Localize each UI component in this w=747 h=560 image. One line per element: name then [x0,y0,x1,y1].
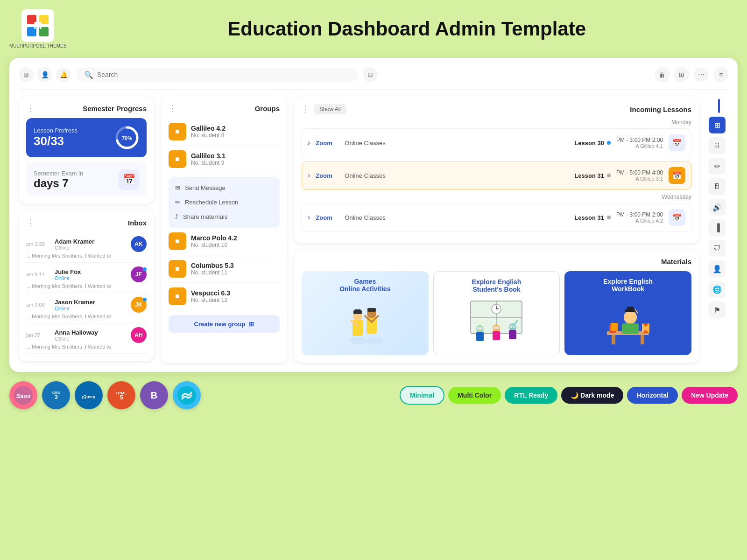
material-card-workbook[interactable]: Explore EnglishWorkBook [564,271,691,355]
groups-title: Groups [255,105,280,112]
group-action-item[interactable]: ⤴Share materrials [169,210,280,224]
group-item[interactable]: ■ Vespucci 6.3 No. student 12 [169,283,280,310]
lesson-group: A Gllileo 4.1 [616,143,663,149]
rtl-badge[interactable]: RTL Ready [505,387,557,404]
inbox-status: Online [55,275,128,281]
create-group-label: Create new group [194,321,246,328]
lesson-row[interactable]: › Zoom Online Classes Lesson 31 PM - 5:0… [302,161,691,190]
grid-icon[interactable]: ⊞ [19,67,34,82]
material-card-games[interactable]: GamesOnline Activities [302,271,429,355]
group-item[interactable]: ■ Gallileo 4.2 No. student 8 [169,118,280,146]
lesson-row[interactable]: › Zoom Online Classes Lesson 30 PM - 3:0… [302,128,691,157]
lesson-chevron[interactable]: › [308,171,310,180]
group-count: No. student 11 [191,269,234,276]
expand-icon[interactable]: ⊡ [363,67,378,82]
show-all-button[interactable]: Show All [314,104,346,114]
action-icon: ✉ [175,184,180,191]
create-group-button[interactable]: Create new group ⊞ [169,315,280,333]
search-input[interactable] [97,71,350,78]
more-icon[interactable]: ⋯ [694,67,709,82]
menu-icon[interactable]: ≡ [713,67,728,82]
svg-rect-28 [476,332,484,341]
layout-icon[interactable]: ⊞ [674,67,689,82]
tech-logos: Sass CSS3 jQuery HTML5 B [9,381,201,409]
shield-icon[interactable]: 🛡 [709,240,726,257]
trash-icon[interactable]: 🗑 [655,67,669,82]
notification-dot [143,298,147,301]
logo-area: M MULTIPURPOSE THEMES [9,9,66,49]
grid-sidebar-icon[interactable]: ⊞ [709,117,726,133]
flag-icon[interactable]: ⚑ [709,301,726,318]
inbox-item[interactable]: pm 2:30 Adam Kramer Offline AK ... Morni… [26,232,147,263]
group-count: No. student 12 [191,297,230,303]
lesson-chevron[interactable]: › [308,213,310,222]
lesson-group: A Gllileo 4.2 [616,218,663,224]
lesson-name: Lesson 31 [574,214,611,221]
darkmode-badge[interactable]: 🌙 Dark mode [561,387,623,404]
day-label: Wednesday [302,194,691,200]
lesson-status-dot [607,141,611,145]
inbox-dots-btn[interactable]: ⋮ [26,218,35,227]
update-badge[interactable]: New Update [682,387,738,404]
volume-icon[interactable]: 🔊 [709,199,726,216]
group-action-list: ✉Send Message✏Reschedule Lesson⤴Share ma… [169,177,280,228]
inbox-name: Adam Kramer [55,238,128,245]
lesson-calendar-btn[interactable]: 📅 [669,167,685,184]
user-icon[interactable]: 👤 [37,67,52,82]
material-card-students[interactable]: Explore EnglishStudent's Book [433,271,560,355]
search-icon: 🔍 [84,70,93,79]
user-sidebar-icon[interactable]: 👤 [709,260,726,277]
inbox-item[interactable]: am 9:11 Julie Fox Online JF ... Morning … [26,263,147,293]
group-item[interactable]: ■ Gallileo 3.1 No. student 9 [169,146,280,173]
bar-chart-icon[interactable]: ▐ [709,219,726,236]
group-icon: ■ [169,232,186,250]
inbox-list: pm 2:30 Adam Kramer Offline AK ... Morni… [26,232,147,354]
create-group-icon: ⊞ [249,321,254,328]
semester-dots-btn[interactable]: ⋮ [26,104,35,112]
multicolor-badge[interactable]: Multi Color [448,387,501,404]
lessons-dots-btn[interactable]: ⋮ [302,105,310,113]
lesson-value: 30/33 [34,134,78,148]
lesson-calendar-btn[interactable]: 📅 [669,209,685,226]
svg-point-8 [350,337,366,344]
groups-card: ⋮ Groups ■ Gallileo 4.2 No. student 8 ■ … [161,97,287,363]
svg-text:jQuery: jQuery [82,394,96,399]
groups-actions: ✉Send Message✏Reschedule Lesson⤴Share ma… [169,177,280,310]
minimal-badge[interactable]: Minimal [400,386,444,405]
lesson-row[interactable]: › Zoom Online Classes Lesson 31 PM - 3:0… [302,203,691,232]
tailwind-logo [173,381,201,409]
lesson-calendar-btn[interactable]: 📅 [669,134,685,151]
css3-logo: CSS3 [42,381,70,409]
group-name: Columbus 5.3 [191,262,234,269]
inbox-item[interactable]: jan 27 Anna Halloway Offline AH ... Morn… [26,323,147,354]
svg-rect-34 [509,330,516,339]
group-item[interactable]: ■ Marco Polo 4.2 No. student 10 [169,228,280,255]
sliders-icon[interactable]: 🎚 [709,178,726,195]
action-icon: ✏ [175,199,180,206]
groups-column: ⋮ Groups ■ Gallileo 4.2 No. student 8 ■ … [161,97,287,363]
inbox-time: jan 27 [26,332,52,338]
lesson-chevron[interactable]: › [308,139,310,147]
globe-icon[interactable]: 🌐 [709,281,726,298]
action-icon: ⤴ [175,213,178,220]
main-card: ⊞ 👤 🔔 🔍 ⊡ 🗑 ⊞ ⋯ ≡ ⋮ Semester Progress [9,58,738,372]
group-action-item[interactable]: ✉Send Message [169,181,280,195]
group-info: Marco Polo 4.2 No. student 10 [191,234,237,248]
group-action-item[interactable]: ✏Reschedule Lesson [169,195,280,210]
edit-sidebar-icon[interactable]: ✏ [709,158,726,175]
lessons-header: ⋮ Show All Incoming Lessons [302,104,691,114]
lesson-type: Online Classes [345,172,569,179]
inbox-item[interactable]: am 9:00 Jason Kramer Online JK ... Morni… [26,293,147,323]
group-item[interactable]: ■ Columbus 5.3 No. student 11 [169,255,280,283]
groups-dots-btn[interactable]: ⋮ [169,104,177,112]
inbox-name: Anna Halloway [55,329,128,336]
groups-header: ⋮ Groups [169,104,280,112]
svg-text:B: B [151,390,157,400]
bell-icon[interactable]: 🔔 [56,67,71,82]
dots-grid-icon[interactable]: ⁞⁞ [709,137,726,154]
lesson-time-group: PM - 3:00 PM 2:00 A Gllileo 4.2 [616,211,663,224]
semester-exam-card: Semester Exam in days 7 📅 [26,163,147,196]
page-header: M MULTIPURPOSE THEMES Education Dashboar… [9,9,738,49]
inbox-status: Online [55,306,128,311]
horizontal-badge[interactable]: Horizontal [627,387,677,404]
